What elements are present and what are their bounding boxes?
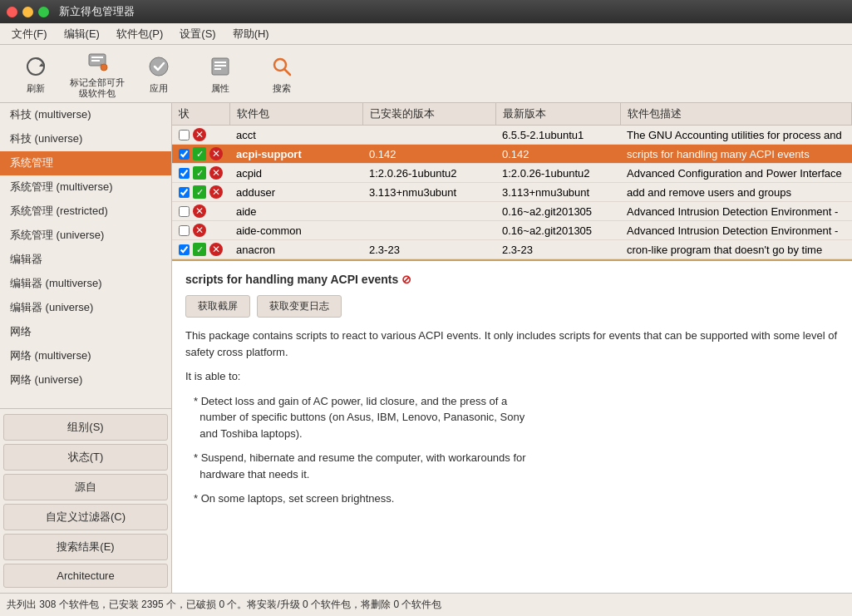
sidebar-item-1[interactable]: 科技 (universe) [0, 127, 171, 151]
description-panel: scripts for handling many ACPI events ⊘ … [172, 261, 852, 593]
toolbar-label-0: 刷新 [27, 83, 45, 94]
toolbar-btn-0[interactable]: 刷新 [7, 48, 65, 100]
toolbar-label-4: 搜索 [273, 83, 291, 94]
table-row[interactable]: ✓✕acpi-support0.1420.142scripts for hand… [172, 145, 852, 164]
status-icon-1: ✕ [209, 147, 223, 160]
table-row[interactable]: ✓✕acpid1:2.0.26-1ubuntu21:2.0.26-1ubuntu… [172, 164, 852, 183]
row-checkbox-2[interactable] [179, 168, 190, 179]
row-checkbox-3[interactable] [179, 187, 190, 198]
menu-item-软件包P[interactable]: 软件包(P) [108, 25, 171, 43]
row-checkbox-6[interactable] [179, 244, 190, 255]
toolbar-icon-2 [145, 53, 172, 80]
desc-bullet-2: * Suspend, hibernate and resume the comp… [185, 450, 839, 482]
row-latest-ver-5: 0.16~a2.git201305 [495, 221, 620, 240]
maximize-button[interactable] [38, 7, 49, 17]
screenshot-button[interactable]: 获取截屏 [185, 295, 250, 318]
installed-indicator-2: ✓ [193, 166, 206, 180]
sidebar-item-5[interactable]: 系统管理 (universe) [0, 224, 171, 248]
installed-indicator-1: ✓ [193, 147, 206, 160]
row-status-0: ✕ [172, 126, 229, 145]
status-icon-2: ✕ [209, 166, 223, 180]
row-checkbox-4[interactable] [179, 206, 190, 217]
svg-rect-3 [91, 60, 100, 62]
menu-item-编辑E[interactable]: 编辑(E) [56, 25, 108, 43]
row-desc-5: Advanced Intrusion Detection Environment… [620, 221, 852, 240]
sidebar-item-8[interactable]: 编辑器 (universe) [0, 296, 171, 320]
toolbar-label-3: 属性 [211, 83, 229, 94]
titlebar: 新立得包管理器 [0, 0, 852, 23]
sidebar-filter-btn-1[interactable]: 状态(T) [3, 444, 168, 471]
status-icon-6: ✕ [209, 243, 223, 256]
col-header-2: 已安装的版本 [362, 103, 495, 126]
sidebar-item-4[interactable]: 系统管理 (restricted) [0, 200, 171, 224]
menubar: 文件(F)编辑(E)软件包(P)设置(S)帮助(H) [0, 23, 852, 45]
sidebar-filter-btn-2[interactable]: 源自 [3, 474, 168, 500]
row-desc-4: Advanced Intrusion Detection Environment… [620, 202, 852, 221]
package-list: ✕acct6.5.5-2.1ubuntu1The GNU Accounting … [172, 126, 852, 259]
row-status-3: ✓✕ [172, 183, 229, 202]
menu-item-设置S[interactable]: 设置(S) [171, 25, 224, 43]
table-row[interactable]: ✓✕adduser3.113+nmu3ubunt3.113+nmu3ubunta… [172, 183, 852, 202]
toolbar-icon-0 [22, 53, 49, 80]
svg-rect-7 [214, 62, 226, 63]
description-title-icon: ⊘ [401, 273, 411, 286]
main-area: 科技 (multiverse)科技 (universe)系统管理系统管理 (mu… [0, 103, 852, 593]
toolbar-btn-1[interactable]: 标记全部可升级软件包 [68, 48, 126, 100]
toolbar: 刷新标记全部可升级软件包应用属性搜索 [0, 45, 852, 103]
toolbar-icon-1 [84, 48, 111, 75]
row-installed-ver-2: 1:2.0.26-1ubuntu2 [362, 164, 495, 183]
sidebar-filter-btn-0[interactable]: 组别(S) [3, 414, 168, 441]
content-area: 状软件包已安装的版本最新版本软件包描述 ✕acct6.5.5-2.1ubuntu… [172, 103, 852, 593]
menu-item-帮助H[interactable]: 帮助(H) [224, 25, 278, 43]
col-header-4: 软件包描述 [620, 103, 852, 126]
row-latest-ver-3: 3.113+nmu3ubunt [495, 183, 620, 202]
status-icon-4: ✕ [193, 205, 206, 218]
row-checkbox-1[interactable] [179, 149, 190, 160]
table-row[interactable]: ✕acct6.5.5-2.1ubuntu1The GNU Accounting … [172, 126, 852, 145]
row-checkbox-5[interactable] [179, 225, 190, 236]
sidebar-filter-btn-3[interactable]: 自定义过滤器(C) [3, 504, 168, 530]
sidebar-item-10[interactable]: 网络 (multiverse) [0, 344, 171, 368]
sidebar-item-0[interactable]: 科技 (multiverse) [0, 103, 171, 127]
row-pkg-name-1: acpi-support [229, 145, 362, 164]
row-checkbox-0[interactable] [179, 130, 190, 140]
desc-paragraph-2: It is able to: [185, 368, 839, 385]
table-header-row: 状软件包已安装的版本最新版本软件包描述 [172, 103, 852, 126]
svg-point-4 [101, 64, 107, 71]
desc-bullet-1: * Detect loss and gain of AC power, lid … [185, 393, 839, 442]
sidebar-item-9[interactable]: 网络 [0, 320, 171, 344]
col-header-0: 状 [172, 103, 229, 126]
sidebar-buttons: 组别(S)状态(T)源自自定义过滤器(C)搜索结果(E)Architecture [0, 408, 171, 593]
minimize-button[interactable] [22, 7, 33, 17]
row-latest-ver-2: 1:2.0.26-1ubuntu2 [495, 164, 620, 183]
table-row[interactable]: ✕aide-common0.16~a2.git201305Advanced In… [172, 221, 852, 240]
row-status-2: ✓✕ [172, 164, 229, 183]
sidebar-filter-btn-4[interactable]: 搜索结果(E) [3, 534, 168, 560]
sidebar-filter-btn-5[interactable]: Architecture [3, 564, 168, 588]
row-desc-3: add and remove users and groups [620, 183, 852, 202]
row-desc-0: The GNU Accounting utilities for process… [620, 126, 852, 145]
toolbar-btn-2[interactable]: 应用 [130, 48, 188, 100]
sidebar-item-6[interactable]: 编辑器 [0, 248, 171, 272]
row-installed-ver-1: 0.142 [362, 145, 495, 164]
row-status-5: ✕ [172, 221, 229, 240]
sidebar-item-3[interactable]: 系统管理 (multiverse) [0, 175, 171, 200]
toolbar-btn-3[interactable]: 属性 [191, 48, 249, 100]
svg-point-5 [150, 57, 168, 76]
toolbar-btn-4[interactable]: 搜索 [253, 48, 311, 100]
close-button[interactable] [7, 7, 17, 17]
table-row[interactable]: ✓✕anacron2.3-232.3-23cron-like program t… [172, 240, 852, 259]
sidebar-item-2[interactable]: 系统管理 [0, 151, 171, 175]
package-table-container: 状软件包已安装的版本最新版本软件包描述 ✕acct6.5.5-2.1ubuntu… [172, 103, 852, 261]
toolbar-label-1: 标记全部可升级软件包 [68, 77, 126, 99]
row-pkg-name-3: adduser [229, 183, 362, 202]
sidebar-item-11[interactable]: 网络 (universe) [0, 368, 171, 392]
sidebar-item-7[interactable]: 编辑器 (multiverse) [0, 272, 171, 296]
toolbar-icon-4 [268, 53, 295, 80]
menu-item-文件F[interactable]: 文件(F) [3, 25, 56, 43]
desc-paragraph-1: This package contains scripts to react t… [185, 328, 839, 360]
col-header-3: 最新版本 [495, 103, 620, 126]
window-title: 新立得包管理器 [59, 4, 135, 19]
table-row[interactable]: ✕aide0.16~a2.git201305Advanced Intrusion… [172, 202, 852, 221]
changelog-button[interactable]: 获取变更日志 [257, 295, 342, 318]
